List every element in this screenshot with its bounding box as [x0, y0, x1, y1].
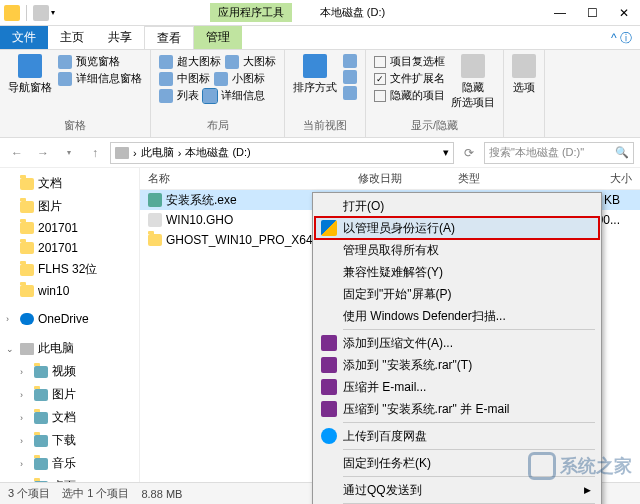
window-title: 本地磁盘 (D:) — [312, 3, 393, 22]
file-icon — [148, 213, 162, 227]
minimize-button[interactable]: — — [544, 0, 576, 26]
ribbon-group-panes: 窗格 — [64, 116, 86, 133]
nav-tree[interactable]: 文档 图片 201701 201701 FLHS 32位 win10 ›OneD… — [0, 168, 140, 482]
ctx-open[interactable]: 打开(O) — [315, 195, 599, 217]
status-selected: 选中 1 个项目 — [62, 486, 129, 501]
hide-icon — [461, 54, 485, 78]
ribbon-help-icon[interactable]: ^ ⓘ — [603, 26, 640, 49]
shield-icon — [321, 220, 337, 236]
ctx-add-rar[interactable]: 添加到 "安装系统.rar"(T) — [315, 354, 599, 376]
tree-pics2[interactable]: ›图片 — [0, 383, 139, 406]
layout-m[interactable]: 中图标 小图标 — [159, 71, 276, 86]
details-pane-button[interactable]: 详细信息窗格 — [58, 71, 142, 86]
col-size: 大小 — [540, 171, 640, 186]
watermark-logo-icon — [528, 452, 556, 480]
qat-dropdown-icon[interactable]: ▾ — [51, 8, 55, 17]
maximize-button[interactable]: ☐ — [576, 0, 608, 26]
sort-button[interactable]: 排序方式 — [293, 54, 337, 95]
folder-app-icon — [4, 5, 20, 21]
tab-file[interactable]: 文件 — [0, 26, 48, 49]
ctx-baidu[interactable]: 上传到百度网盘 — [315, 425, 599, 447]
status-count: 3 个项目 — [8, 486, 50, 501]
watermark: 系统之家 — [528, 452, 632, 480]
rar-icon — [321, 379, 337, 395]
status-size: 8.88 MB — [141, 488, 182, 500]
options-button[interactable]: 选项 — [512, 54, 536, 95]
tab-home[interactable]: 主页 — [48, 26, 96, 49]
ctx-run-as-admin[interactable]: 以管理员身份运行(A) — [315, 217, 599, 239]
addr-dropdown-icon[interactable]: ▾ — [443, 146, 449, 159]
tree-downloads[interactable]: ›下载 — [0, 429, 139, 452]
tree-201701b[interactable]: 201701 — [0, 238, 139, 258]
rar-icon — [321, 401, 337, 417]
folder-icon — [148, 234, 162, 246]
history-dropdown[interactable]: ▾ — [58, 142, 80, 164]
title-context-tools: 应用程序工具 — [210, 3, 292, 22]
column-headers[interactable]: 名称 修改日期 类型 大小 — [140, 168, 640, 190]
tab-view[interactable]: 查看 — [144, 26, 194, 49]
hide-selected-button[interactable]: 隐藏 所选项目 — [451, 54, 495, 110]
up-button[interactable]: ↑ — [84, 142, 106, 164]
ctx-email-rar[interactable]: 压缩到 "安装系统.rar" 并 E-mail — [315, 398, 599, 420]
col-type: 类型 — [450, 171, 540, 186]
tab-manage[interactable]: 管理 — [194, 26, 242, 49]
hidden-items-toggle[interactable]: 隐藏的项目 — [374, 88, 445, 103]
ctx-pin-start[interactable]: 固定到"开始"屏幕(P) — [315, 283, 599, 305]
item-checkboxes-toggle[interactable]: 项目复选框 — [374, 54, 445, 69]
ctx-troubleshoot[interactable]: 兼容性疑难解答(Y) — [315, 261, 599, 283]
tree-music[interactable]: ›音乐 — [0, 452, 139, 475]
tree-documents[interactable]: 文档 — [0, 172, 139, 195]
ctx-add-archive[interactable]: 添加到压缩文件(A)... — [315, 332, 599, 354]
layout-xl[interactable]: 超大图标 大图标 — [159, 54, 276, 69]
rar-icon — [321, 335, 337, 351]
tab-share[interactable]: 共享 — [96, 26, 144, 49]
tree-desktop[interactable]: ›桌面 — [0, 475, 139, 482]
chevron-right-icon: ▶ — [584, 485, 591, 495]
back-button[interactable]: ← — [6, 142, 28, 164]
col-name: 名称 — [140, 171, 350, 186]
ctx-qq[interactable]: 通过QQ发送到▶ — [315, 479, 599, 501]
tree-win10[interactable]: win10 — [0, 281, 139, 301]
refresh-button[interactable]: ⟳ — [458, 142, 480, 164]
nav-pane-icon — [18, 54, 42, 78]
ctx-take-ownership[interactable]: 管理员取得所有权 — [315, 239, 599, 261]
preview-pane-button[interactable]: 预览窗格 — [58, 54, 142, 69]
ctx-email[interactable]: 压缩并 E-mail... — [315, 376, 599, 398]
tree-flhs[interactable]: FLHS 32位 — [0, 258, 139, 281]
address-bar[interactable]: ›此电脑›本地磁盘 (D:) ▾ — [110, 142, 454, 164]
search-icon: 🔍 — [615, 146, 629, 159]
forward-button[interactable]: → — [32, 142, 54, 164]
close-button[interactable]: ✕ — [608, 0, 640, 26]
ctx-defender[interactable]: 使用 Windows Defender扫描... — [315, 305, 599, 327]
tree-pictures[interactable]: 图片 — [0, 195, 139, 218]
drive-icon — [115, 147, 129, 159]
tree-videos[interactable]: ›视频 — [0, 360, 139, 383]
cloud-icon — [321, 428, 337, 444]
sort-icon — [303, 54, 327, 78]
rar-icon — [321, 357, 337, 373]
search-input[interactable]: 搜索"本地磁盘 (D:)" 🔍 — [484, 142, 634, 164]
tree-onedrive[interactable]: ›OneDrive — [0, 309, 139, 329]
file-ext-toggle[interactable]: ✓文件扩展名 — [374, 71, 445, 86]
exe-icon — [148, 193, 162, 207]
qat-item[interactable] — [33, 5, 49, 21]
tree-thispc[interactable]: ⌄此电脑 — [0, 337, 139, 360]
ribbon-group-showhide: 显示/隐藏 — [411, 116, 458, 133]
nav-pane-button[interactable]: 导航窗格 — [8, 54, 52, 95]
ribbon-group-view: 当前视图 — [303, 116, 347, 133]
ribbon-group-layout: 布局 — [207, 116, 229, 133]
tree-docs2[interactable]: ›文档 — [0, 406, 139, 429]
options-icon — [512, 54, 536, 78]
col-date: 修改日期 — [350, 171, 450, 186]
tree-201701a[interactable]: 201701 — [0, 218, 139, 238]
layout-list[interactable]: 列表 详细信息 — [159, 88, 276, 103]
